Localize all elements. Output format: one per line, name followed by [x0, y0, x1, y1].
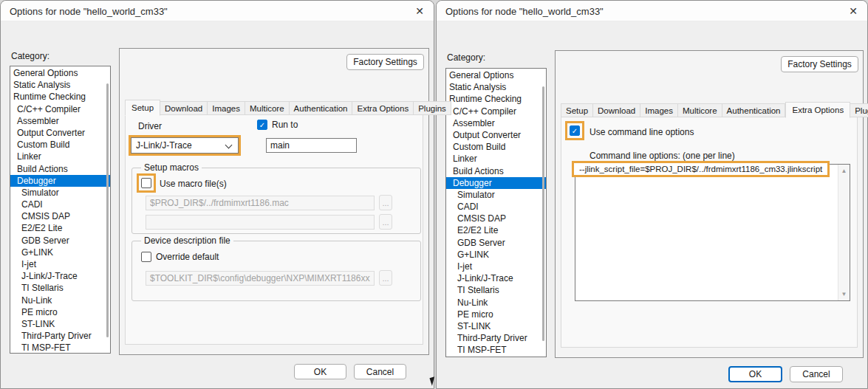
title-bar[interactable]: Options for node "hello_world_cm33" ✕ — [437, 1, 867, 21]
category-item-j-link-j-trace[interactable]: J-Link/J-Trace — [10, 270, 110, 282]
category-item-custom-build[interactable]: Custom Build — [10, 139, 110, 151]
tab-plugins[interactable]: Plugins — [414, 101, 451, 115]
driver-select[interactable]: J-Link/J-Trace — [131, 137, 239, 154]
category-item-general-options[interactable]: General Options — [446, 69, 546, 81]
category-list-scrollbar[interactable] — [542, 86, 544, 341]
factory-settings-button[interactable]: Factory Settings — [346, 54, 424, 70]
category-item-e2-e2-lite[interactable]: E2/E2 Lite — [10, 222, 110, 234]
category-item-c-c-compiler[interactable]: C/C++ Compiler — [10, 103, 110, 115]
category-item-output-converter[interactable]: Output Converter — [446, 129, 546, 141]
window-title: Options for node "hello_world_cm33" — [10, 6, 168, 17]
category-item-assembler[interactable]: Assembler — [10, 115, 110, 127]
use-macro-checkbox[interactable] — [141, 178, 151, 188]
category-item-third-party-driver[interactable]: Third-Party Driver — [10, 330, 110, 342]
use-cmdline-checkbox[interactable]: ✓ — [570, 125, 580, 136]
category-list[interactable]: General OptionsStatic AnalysisRuntime Ch… — [445, 68, 547, 357]
cmdline-textarea[interactable]: --jlink_script_file=$PROJ_DIR$/../frdmim… — [575, 164, 850, 301]
category-item-build-actions[interactable]: Build Actions — [446, 165, 546, 177]
category-item-simulator[interactable]: Simulator — [10, 187, 110, 199]
tab-multicore[interactable]: Multicore — [245, 101, 290, 115]
category-item-debugger[interactable]: Debugger — [446, 177, 546, 189]
tab-setup[interactable]: Setup — [561, 103, 593, 117]
run-to-row: ✓ Run to — [257, 120, 298, 130]
category-item-static-analysis[interactable]: Static Analysis — [446, 81, 546, 93]
category-item-assembler[interactable]: Assembler — [446, 117, 546, 129]
macro-file-input-1[interactable] — [146, 196, 375, 210]
browse-device-file-button[interactable]: ... — [379, 270, 392, 286]
category-item-runtime-checking[interactable]: Runtime Checking — [10, 91, 110, 103]
category-item-c-c-compiler[interactable]: C/C++ Compiler — [446, 106, 546, 117]
category-item-g-link[interactable]: G+LINK — [446, 249, 546, 261]
device-file-input[interactable] — [146, 271, 375, 286]
category-item-general-options[interactable]: General Options — [10, 67, 110, 79]
cmdline-caption: Command line options: (one per line) — [590, 151, 735, 161]
category-item-debugger[interactable]: Debugger — [10, 175, 110, 187]
category-item-output-converter[interactable]: Output Converter — [10, 127, 110, 139]
category-item-gdb-server[interactable]: GDB Server — [10, 235, 110, 247]
scroll-up-icon[interactable]: ▲ — [838, 168, 850, 174]
cancel-button[interactable]: Cancel — [790, 366, 843, 382]
tab-download[interactable]: Download — [160, 101, 208, 115]
category-item-build-actions[interactable]: Build Actions — [10, 163, 110, 175]
tab-extra-options[interactable]: Extra Options — [785, 102, 850, 118]
category-item-e2-e2-lite[interactable]: E2/E2 Lite — [446, 224, 546, 236]
tab-images[interactable]: Images — [640, 103, 678, 117]
category-item-cmsis-dap[interactable]: CMSIS DAP — [446, 213, 546, 224]
browse-macro-2-button[interactable]: ... — [379, 214, 392, 230]
tab-plugins[interactable]: Plugins — [850, 103, 868, 117]
setup-tab-page: Driver J-Link/J-Trace ✓ Run to Setup mac… — [125, 114, 423, 345]
title-bar[interactable]: Options for node "hello_world_cm33" ✕ — [1, 1, 434, 21]
run-to-input[interactable] — [266, 138, 357, 153]
tab-multicore[interactable]: Multicore — [678, 103, 722, 117]
ok-button[interactable]: OK — [294, 364, 346, 379]
category-item-cmsis-dap[interactable]: CMSIS DAP — [10, 210, 110, 222]
category-item-st-link[interactable]: ST-LINK — [10, 318, 110, 330]
scroll-down-icon[interactable]: ▼ — [838, 291, 850, 297]
category-item-j-link-j-trace[interactable]: J-Link/J-Trace — [446, 272, 546, 284]
device-description-title: Device description file — [141, 235, 233, 246]
tab-authentication[interactable]: Authentication — [290, 101, 353, 115]
category-item-runtime-checking[interactable]: Runtime Checking — [446, 93, 546, 105]
category-item-i-jet[interactable]: I-jet — [446, 261, 546, 272]
category-item-pe-micro[interactable]: PE micro — [446, 309, 546, 320]
category-list-scrollbar[interactable] — [106, 83, 109, 337]
run-to-checkbox[interactable]: ✓ — [257, 120, 267, 130]
category-item-ti-stellaris[interactable]: TI Stellaris — [10, 282, 110, 294]
category-list[interactable]: General OptionsStatic AnalysisRuntime Ch… — [10, 66, 111, 354]
category-item-ti-stellaris[interactable]: TI Stellaris — [446, 284, 546, 296]
category-item-linker[interactable]: Linker — [446, 153, 546, 165]
tab-setup[interactable]: Setup — [125, 100, 160, 116]
tab-extra-options[interactable]: Extra Options — [352, 101, 414, 115]
tab-authentication[interactable]: Authentication — [722, 103, 786, 117]
ok-button[interactable]: OK — [728, 366, 782, 382]
extra-options-tab-page: ✓ Use command line options Command line … — [561, 117, 858, 348]
category-item-st-link[interactable]: ST-LINK — [446, 320, 546, 332]
browse-macro-1-button[interactable]: ... — [379, 195, 392, 210]
category-item-simulator[interactable]: Simulator — [446, 189, 546, 201]
category-item-cadi[interactable]: CADI — [446, 201, 546, 213]
tab-download[interactable]: Download — [593, 103, 640, 117]
category-item-nu-link[interactable]: Nu-Link — [446, 297, 546, 309]
macro-file-input-2[interactable] — [146, 215, 375, 230]
category-item-gdb-server[interactable]: GDB Server — [446, 237, 546, 249]
close-icon[interactable]: ✕ — [849, 4, 858, 18]
cancel-button[interactable]: Cancel — [354, 364, 406, 379]
category-item-pe-micro[interactable]: PE micro — [10, 306, 110, 318]
category-item-third-party-driver[interactable]: Third-Party Driver — [446, 332, 546, 344]
category-item-nu-link[interactable]: Nu-Link — [10, 295, 110, 306]
category-item-custom-build[interactable]: Custom Build — [446, 141, 546, 153]
tab-strip: SetupDownloadImagesMulticoreAuthenticati… — [561, 103, 868, 117]
category-item-ti-msp-fet[interactable]: TI MSP-FET — [446, 344, 546, 356]
category-item-ti-msp-fet[interactable]: TI MSP-FET — [10, 342, 110, 354]
category-item-g-link[interactable]: G+LINK — [10, 247, 110, 258]
override-default-checkbox[interactable] — [141, 252, 151, 262]
override-default-row: Override default — [141, 252, 219, 262]
textarea-scrollbar[interactable]: ▲ ▼ — [838, 165, 850, 300]
close-icon[interactable]: ✕ — [415, 4, 424, 18]
category-item-i-jet[interactable]: I-jet — [10, 258, 110, 270]
tab-images[interactable]: Images — [208, 101, 245, 115]
category-item-cadi[interactable]: CADI — [10, 199, 110, 210]
factory-settings-button[interactable]: Factory Settings — [781, 56, 858, 72]
category-item-static-analysis[interactable]: Static Analysis — [10, 79, 110, 91]
category-item-linker[interactable]: Linker — [10, 151, 110, 162]
